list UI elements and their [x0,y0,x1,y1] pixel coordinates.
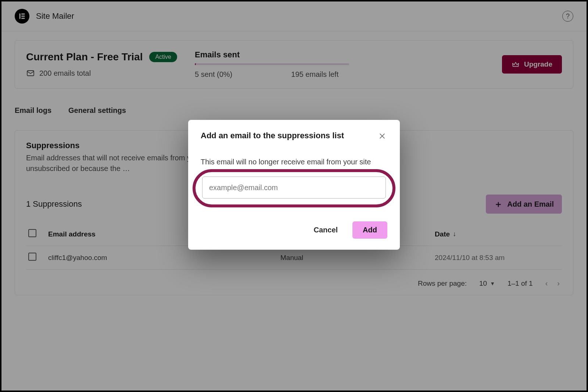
modal-close-button[interactable] [377,131,387,142]
modal-title: Add an email to the suppressions list [201,131,344,140]
modal-hint: This email will no longer receive email … [201,158,387,166]
annotation-highlight [201,170,387,207]
cancel-button[interactable]: Cancel [312,222,340,238]
add-suppression-modal: Add an email to the suppressions list Th… [188,120,400,250]
suppression-email-input[interactable] [202,177,386,199]
add-button[interactable]: Add [352,221,387,239]
close-icon [379,132,386,140]
